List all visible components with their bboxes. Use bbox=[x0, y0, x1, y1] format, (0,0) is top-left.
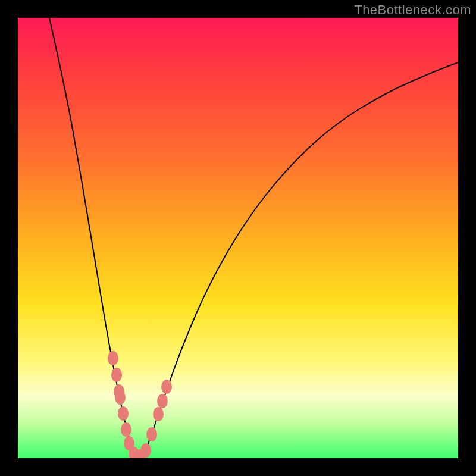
data-dot bbox=[153, 407, 164, 421]
data-dot bbox=[157, 394, 168, 408]
right-branch-curve bbox=[143, 62, 458, 458]
data-dot bbox=[161, 380, 172, 394]
data-dot bbox=[146, 427, 157, 441]
data-dot bbox=[108, 351, 118, 365]
watermark-text: TheBottleneck.com bbox=[354, 2, 471, 18]
data-dot bbox=[115, 390, 126, 405]
plot-area bbox=[18, 18, 458, 458]
data-dot bbox=[118, 406, 129, 421]
data-dot bbox=[111, 368, 122, 382]
data-dots-group bbox=[108, 351, 172, 458]
chart-frame: TheBottleneck.com bbox=[0, 0, 476, 476]
data-dot bbox=[140, 443, 151, 458]
data-dot bbox=[121, 422, 131, 437]
chart-overlay bbox=[18, 18, 458, 458]
